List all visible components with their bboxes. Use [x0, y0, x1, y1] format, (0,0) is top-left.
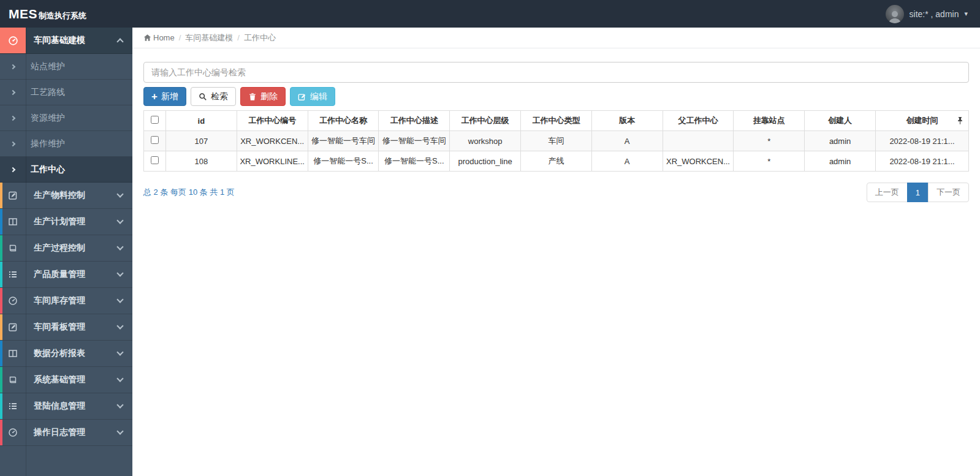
user-label: site:* , admin	[910, 9, 959, 19]
book-icon	[0, 367, 26, 393]
search-button-label: 检索	[211, 91, 228, 102]
pagination-summary: 总 2 条 每页 10 条 共 1 页	[143, 187, 235, 198]
column-header-name: 工作中心名称	[308, 111, 379, 131]
user-menu[interactable]: site:* , admin ▾	[886, 5, 968, 23]
sidebar-item-product-quality-management[interactable]: 产品质量管理	[0, 262, 132, 288]
accent-strip	[0, 341, 2, 366]
cell-version: A	[591, 151, 663, 172]
sidebar-item-workshop-kanban-management[interactable]: 车间看板管理	[0, 314, 132, 341]
sidebar-item-work-center[interactable]: 工作中心	[0, 157, 132, 183]
breadcrumb-home-link[interactable]: Home	[143, 33, 175, 42]
prev-page-button[interactable]: 上一页	[867, 183, 908, 202]
table-header-row: id 工作中心编号 工作中心名称 工作中心描述 工作中心层级 工作中心类型 版本…	[144, 111, 969, 131]
sidebar-item-label: 生产过程控制	[26, 243, 118, 254]
cell-creator: admin	[805, 151, 876, 172]
cell-station: *	[734, 151, 805, 172]
sidebar-item-login-info-management[interactable]: 登陆信息管理	[0, 393, 132, 420]
select-all-checkbox[interactable]	[151, 116, 159, 124]
table-row[interactable]: 107 XR_WORKCEN... 修一智能一号车间 修一智能一号车间 work…	[144, 131, 969, 151]
chevron-down-icon	[116, 270, 123, 276]
sidebar-item-system-basic-management[interactable]: 系统基础管理	[0, 367, 132, 393]
sidebar-item-label: 站点维护	[15, 61, 65, 72]
cell-parent: XR_WORKCEN...	[663, 151, 734, 172]
chevron-down-icon	[116, 375, 123, 382]
trash-icon	[248, 93, 257, 101]
sidebar-item-production-material-control[interactable]: 生产物料控制	[0, 183, 132, 209]
person-icon	[887, 9, 903, 23]
row-select-cell	[144, 131, 166, 151]
cell-id: 108	[166, 151, 237, 172]
column-header-id: id	[166, 111, 237, 131]
cell-code: XR_WORKCEN...	[237, 131, 308, 151]
work-center-panel: + 新增 检索 删除 编辑	[132, 48, 980, 202]
sidebar-item-label: 操作日志管理	[26, 427, 118, 438]
search-button[interactable]: 检索	[191, 87, 236, 106]
table-row[interactable]: 108 XR_WORKLINE... 修一智能一号S... 修一智能一号S...…	[144, 151, 969, 172]
add-button[interactable]: + 新增	[143, 87, 186, 106]
chevron-down-icon	[116, 428, 123, 434]
column-header-desc: 工作中心描述	[379, 111, 450, 131]
sidebar-item-production-process-control[interactable]: 生产过程控制	[0, 235, 132, 262]
accent-strip	[0, 183, 2, 208]
app-logo: MES 制造执行系统	[9, 7, 86, 21]
cell-parent	[663, 131, 734, 151]
column-header-code: 工作中心编号	[237, 111, 308, 131]
next-page-button[interactable]: 下一页	[928, 183, 969, 202]
cell-station: *	[734, 131, 805, 151]
edit-button[interactable]: 编辑	[290, 87, 335, 106]
chevron-down-icon	[116, 401, 123, 408]
sidebar-item-operation-log-management[interactable]: 操作日志管理	[0, 420, 132, 446]
delete-button[interactable]: 删除	[240, 87, 286, 106]
accent-strip	[0, 367, 2, 393]
sidebar-item-label: 工艺路线	[15, 87, 65, 98]
sidebar-item-production-plan-management[interactable]: 生产计划管理	[0, 209, 132, 235]
accent-strip	[0, 314, 2, 340]
logo-mes-text: MES	[9, 7, 37, 21]
row-checkbox[interactable]	[151, 156, 159, 164]
list-icon	[0, 262, 26, 287]
book-icon	[0, 235, 26, 261]
row-checkbox[interactable]	[151, 136, 159, 144]
sidebar: 车间基础建模 站点维护 工艺路线 资源维护 操作维护 工作中心	[0, 28, 132, 476]
caret-down-icon: ▾	[964, 10, 968, 18]
sidebar-item-label: 工作中心	[15, 164, 65, 175]
cell-type: 车间	[520, 131, 591, 151]
row-select-cell	[144, 151, 166, 172]
add-button-label: 新增	[161, 91, 178, 102]
column-header-creator: 创建人	[805, 111, 876, 131]
sidebar-item-label: 生产计划管理	[26, 216, 118, 227]
column-header-station: 挂靠站点	[734, 111, 805, 131]
sidebar-item-operation-maintenance[interactable]: 操作维护	[0, 131, 132, 157]
breadcrumb-level1-link[interactable]: 车间基础建模	[185, 32, 233, 43]
work-center-table: id 工作中心编号 工作中心名称 工作中心描述 工作中心层级 工作中心类型 版本…	[143, 110, 969, 172]
chevron-down-icon	[116, 322, 123, 329]
column-header-version: 版本	[591, 111, 663, 131]
select-all-cell	[144, 111, 166, 131]
search-input[interactable]	[143, 62, 969, 83]
sidebar-item-station-maintenance[interactable]: 站点维护	[0, 54, 132, 80]
chevron-up-icon	[116, 38, 123, 45]
cell-level: production_line	[450, 151, 521, 172]
dashboard-icon	[0, 288, 26, 314]
column-header-parent: 父工作中心	[663, 111, 734, 131]
page-1-button[interactable]: 1	[907, 183, 929, 202]
sidebar-item-workshop-basic-modeling[interactable]: 车间基础建模	[0, 28, 132, 54]
cell-creator: admin	[805, 131, 876, 151]
column-header-created-label: 创建时间	[906, 116, 938, 125]
sidebar-item-resource-maintenance[interactable]: 资源维护	[0, 105, 132, 131]
accent-strip	[0, 288, 2, 314]
breadcrumb-separator: /	[237, 33, 240, 42]
sidebar-item-label: 车间库存管理	[26, 295, 118, 306]
pin-icon[interactable]	[957, 116, 963, 125]
edit-button-label: 编辑	[310, 91, 327, 102]
toolbar: + 新增 检索 删除 编辑	[143, 87, 969, 106]
sidebar-item-process-route[interactable]: 工艺路线	[0, 80, 132, 105]
columns-icon	[0, 209, 26, 235]
sidebar-item-label: 车间看板管理	[26, 322, 118, 333]
column-header-created: 创建时间	[876, 111, 969, 131]
app-window: MES 制造执行系统 site:* , admin ▾ 车间基础建模 站点	[0, 0, 980, 476]
sidebar-item-workshop-inventory-management[interactable]: 车间库存管理	[0, 288, 132, 314]
list-icon	[0, 393, 26, 419]
home-icon	[143, 34, 151, 42]
sidebar-item-data-analysis-report[interactable]: 数据分析报表	[0, 341, 132, 367]
